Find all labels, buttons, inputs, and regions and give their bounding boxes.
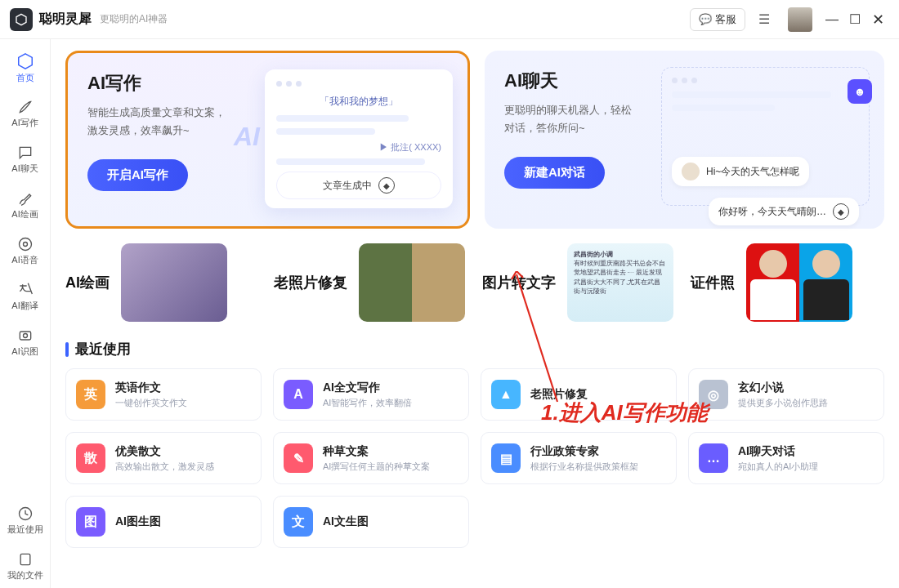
feature-thumb: 武昌街的小调有时候到重庆南路买书总会不自觉地望武昌街走去 ┈ 最近发现武昌街大大… — [567, 243, 673, 322]
hero-desc: 智能生成高质量文章和文案，激发灵感，效率飙升~ — [87, 104, 251, 140]
feature-title: 老照片修复 — [274, 273, 347, 292]
svg-point-2 — [19, 238, 31, 250]
recent-grid: 英 英语作文 一键创作英文作文A AI全文写作 AI智能写作，效率翻倍▲ 老照片… — [65, 368, 884, 548]
hero-writing[interactable]: AI写作 智能生成高质量文章和文案，激发灵感，效率飙升~ 开启AI写作 AI 「… — [65, 51, 470, 229]
svg-point-5 — [23, 333, 27, 337]
recent-item[interactable]: 散 优美散文 高效输出散文，激发灵感 — [65, 432, 262, 484]
main-content: AI写作 智能生成高质量文章和文案，激发灵感，效率飙升~ 开启AI写作 AI 「… — [51, 39, 899, 588]
app-name: 聪明灵犀 — [39, 11, 92, 28]
recent-item[interactable]: 图 AI图生图 — [65, 496, 262, 548]
recent-item[interactable]: ▤ 行业政策专家 根据行业名称提供政策框架 — [481, 432, 677, 484]
recent-item-title: 英语作文 — [115, 381, 187, 395]
recent-item-icon: ▤ — [491, 443, 521, 473]
support-button[interactable]: 💬 客服 — [690, 8, 745, 31]
svg-point-3 — [23, 242, 27, 246]
sidebar-item-label: 首页 — [16, 72, 34, 84]
recent-item-title: AI图生图 — [115, 514, 161, 529]
app-subtitle: 更聪明的AI神器 — [100, 12, 168, 26]
chat-preview: ☻ Hi~今天的天气怎样呢 你好呀，今天天气晴朗…◆ — [661, 67, 870, 206]
svg-marker-0 — [16, 14, 26, 24]
recent-item-sub: 宛如真人的AI小助理 — [738, 461, 818, 473]
sidebar-item-recent[interactable]: 最近使用 — [2, 498, 48, 542]
support-label: 客服 — [715, 12, 736, 27]
sidebar-item-label: AI识图 — [11, 345, 38, 358]
feature-thumb — [359, 243, 465, 322]
recent-heading: 最近使用 — [65, 340, 884, 359]
recent-item-title: 种草文案 — [323, 444, 430, 459]
sidebar-item-draw[interactable]: AI绘画 — [2, 183, 48, 227]
start-writing-button[interactable]: 开启AI写作 — [87, 159, 188, 191]
avatar[interactable] — [788, 7, 812, 32]
feature-ai-draw[interactable]: AI绘画 — [65, 242, 259, 323]
recent-item-sub: AI智能写作，效率翻倍 — [323, 397, 412, 409]
sidebar-item-label: AI翻译 — [11, 300, 38, 312]
feature-thumb — [746, 243, 852, 322]
robot-icon: ☻ — [848, 79, 872, 104]
svg-rect-7 — [20, 554, 30, 564]
recent-item[interactable]: A AI全文写作 AI智能写作，效率翻倍 — [273, 368, 469, 421]
recent-item-icon: 图 — [76, 507, 105, 537]
sidebar-item-translate[interactable]: AI翻译 — [2, 274, 48, 318]
ai-ghost-icon: AI — [234, 122, 260, 152]
feature-row: AI绘画 老照片修复 图片转文字 武昌街的小调有时候到重庆南路买书总会不自觉地望… — [65, 242, 884, 323]
recent-item-title: AI文生图 — [323, 514, 369, 529]
hero-chat[interactable]: AI聊天 更聪明的聊天机器人，轻松对话，答你所问~ 新建AI对话 ☻ Hi~今天… — [485, 51, 884, 229]
svg-marker-1 — [18, 53, 32, 68]
sidebar-item-chat[interactable]: AI聊天 — [2, 137, 48, 181]
recent-item-icon: ▲ — [491, 380, 521, 409]
titlebar: 聪明灵犀 更聪明的AI神器 💬 客服 ☰ — ☐ ✕ — [0, 0, 899, 39]
feature-title: 证件照 — [691, 273, 735, 292]
user-avatar-icon — [682, 163, 700, 180]
feature-photo-restore[interactable]: 老照片修复 — [274, 242, 467, 323]
recent-item-title: 优美散文 — [115, 444, 214, 459]
feature-title: 图片转文字 — [482, 273, 556, 292]
recent-item-title: AI聊天对话 — [738, 444, 818, 459]
sidebar-item-label: AI绘画 — [11, 208, 38, 220]
recent-item[interactable]: 文 AI文生图 — [273, 496, 469, 548]
sidebar-item-label: AI写作 — [11, 117, 38, 129]
recent-item[interactable]: ◎ 玄幻小说 提供更多小说创作思路 — [688, 368, 884, 421]
new-chat-button[interactable]: 新建AI对话 — [504, 157, 605, 189]
recent-item-title: AI全文写作 — [323, 381, 412, 395]
feature-id-photo[interactable]: 证件照 — [691, 242, 884, 323]
sidebar-item-files[interactable]: 我的文件 — [2, 544, 48, 588]
doc-status: 文章生成中◆ — [276, 172, 441, 199]
chat-bubble-agent: 你好呀，今天天气晴朗…◆ — [709, 198, 859, 225]
recent-item[interactable]: ✎ 种草文案 AI撰写任何主题的种草文案 — [273, 432, 469, 484]
brand-icon: ◆ — [378, 177, 395, 194]
sidebar-item-voice[interactable]: AI语音 — [2, 229, 48, 273]
hero-desc: 更聪明的聊天机器人，轻松对话，答你所问~ — [504, 101, 668, 137]
sidebar-item-label: 最近使用 — [7, 523, 43, 536]
sidebar-item-home[interactable]: 首页 — [2, 46, 48, 90]
annotation-text: 1.进入AI写作功能 — [541, 399, 708, 427]
doc-preview: AI 「我和我的梦想」 ▶ 批注( XXXX) 文章生成中◆ — [265, 69, 453, 208]
feature-thumb — [121, 243, 227, 322]
recent-item-icon: 散 — [76, 443, 105, 473]
app-logo-icon — [10, 8, 33, 31]
recent-item-sub: 一键创作英文作文 — [115, 397, 187, 409]
feature-ocr[interactable]: 图片转文字 武昌街的小调有时候到重庆南路买书总会不自觉地望武昌街走去 ┈ 最近发… — [482, 242, 676, 323]
chat-icon: 💬 — [699, 13, 712, 25]
close-button[interactable]: ✕ — [866, 11, 889, 29]
svg-rect-4 — [20, 332, 30, 340]
note-chip: ▶ 批注( XXXX) — [276, 141, 441, 154]
recent-item-icon: 英 — [76, 380, 105, 409]
menu-icon[interactable]: ☰ — [754, 9, 775, 30]
recent-item-icon: A — [284, 380, 313, 409]
recent-item-icon: 文 — [284, 507, 313, 537]
recent-item[interactable]: 英 英语作文 一键创作英文作文 — [65, 368, 262, 421]
doc-title: 「我和我的梦想」 — [276, 95, 441, 109]
recent-item[interactable]: … AI聊天对话 宛如真人的AI小助理 — [688, 432, 884, 484]
feature-title: AI绘画 — [65, 273, 110, 292]
minimize-button[interactable]: — — [821, 12, 843, 27]
sidebar-item-writing[interactable]: AI写作 — [2, 91, 48, 136]
sidebar-item-vision[interactable]: AI识图 — [2, 320, 48, 364]
recent-item-icon: ✎ — [284, 443, 313, 473]
chat-bubble-user: Hi~今天的天气怎样呢 — [672, 157, 809, 186]
recent-item-sub: AI撰写任何主题的种草文案 — [323, 461, 430, 473]
recent-item-sub: 高效输出散文，激发灵感 — [115, 461, 214, 473]
recent-item-icon: … — [699, 443, 728, 473]
maximize-button[interactable]: ☐ — [843, 11, 866, 27]
sidebar-item-label: AI语音 — [11, 254, 38, 266]
recent-item-title: 行业政策专家 — [530, 444, 638, 459]
